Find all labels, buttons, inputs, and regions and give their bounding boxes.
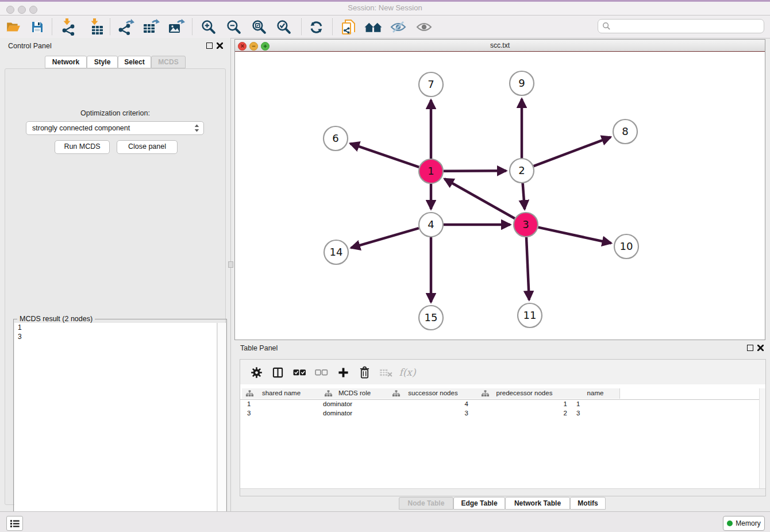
- column-header-shared-name[interactable]: shared name: [242, 388, 321, 399]
- network-window-titlebar: scc.txt: [235, 40, 765, 52]
- column-header-predecessor-nodes[interactable]: predecessor nodes: [478, 388, 572, 399]
- refresh-icon: [309, 20, 324, 34]
- node-label-14: 14: [330, 246, 343, 258]
- show-all-button[interactable]: [415, 18, 433, 36]
- export-image-button[interactable]: [167, 18, 186, 36]
- memory-button[interactable]: Memory: [723, 516, 765, 531]
- table-header-row: shared name MCDS role successor nodes pr…: [240, 388, 765, 400]
- result-scrollbar[interactable]: [217, 323, 226, 531]
- task-history-button[interactable]: [6, 516, 23, 531]
- network-canvas[interactable]: 7968124314101511: [235, 52, 765, 340]
- node-table-container: f(x) shared name MCDS role successor nod…: [240, 359, 766, 496]
- tab-edge-table[interactable]: Edge Table: [453, 497, 505, 510]
- import-table-button[interactable]: [87, 18, 105, 36]
- toolbar-separator: [192, 18, 192, 35]
- edge-4-14[interactable]: [351, 228, 419, 248]
- tab-node-table[interactable]: Node Table: [399, 497, 453, 510]
- tab-network-table[interactable]: Network Table: [505, 497, 570, 510]
- hide-selected-icon: [390, 21, 406, 33]
- node-label-8: 8: [622, 125, 628, 137]
- mcds-result-line: 1: [14, 323, 217, 332]
- mcds-result-title: MCDS result (2 nodes): [17, 315, 95, 323]
- edge-2-3[interactable]: [523, 183, 525, 209]
- save-session-button[interactable]: [28, 18, 47, 36]
- edge-3-10[interactable]: [538, 228, 611, 244]
- zoom-out-button[interactable]: [225, 18, 243, 36]
- application-window: Session: New Session Control Panel: [0, 0, 770, 532]
- cell-mcds-role: dominator: [321, 410, 388, 417]
- tab-network[interactable]: Network: [45, 56, 87, 68]
- toolbar-separator: [110, 18, 110, 35]
- edge-3-1[interactable]: [445, 179, 515, 218]
- zoom-in-button[interactable]: [199, 18, 218, 36]
- control-panel-title: Control Panel: [8, 42, 52, 50]
- duplicate-network-button[interactable]: [339, 18, 357, 36]
- network-graph: 7968124314101511: [235, 52, 765, 340]
- unselect-all-columns-button[interactable]: [313, 364, 330, 381]
- close-panel-icon[interactable]: [217, 43, 223, 49]
- window-title: Session: New Session: [0, 3, 770, 12]
- table-row[interactable]: 3 dominator 3 2 3: [240, 409, 765, 418]
- table-tabs: Node Table Edge Table Network Table Moti…: [231, 497, 770, 510]
- open-file-button[interactable]: [4, 18, 22, 36]
- float-table-panel-icon[interactable]: [747, 345, 753, 351]
- hide-selected-button[interactable]: [389, 18, 407, 36]
- column-header-mcds-role[interactable]: MCDS role: [321, 388, 389, 399]
- show-column-button[interactable]: [269, 364, 286, 381]
- tab-motifs[interactable]: Motifs: [570, 497, 606, 510]
- float-panel-icon[interactable]: [206, 43, 213, 49]
- table-row[interactable]: 1 dominator 4 1 1: [240, 400, 765, 409]
- cell-shared-name: 3: [242, 410, 321, 417]
- save-session-icon: [30, 20, 44, 34]
- cell-successor-nodes: 3: [388, 410, 478, 417]
- tab-mcds[interactable]: MCDS: [151, 56, 186, 68]
- edge-2-8[interactable]: [534, 137, 611, 167]
- tab-style[interactable]: Style: [87, 56, 118, 68]
- toolbar-separator: [301, 18, 302, 35]
- trash-icon: [359, 366, 370, 379]
- first-neighbors-icon: [364, 20, 382, 34]
- delete-columns-button[interactable]: [356, 364, 373, 381]
- fx-icon: f(x): [399, 367, 415, 378]
- vertical-splitter-handle[interactable]: [228, 261, 233, 268]
- close-panel-button[interactable]: Close panel: [117, 140, 178, 154]
- show-all-icon: [416, 21, 432, 33]
- tab-select[interactable]: Select: [118, 56, 151, 68]
- node-label-6: 6: [332, 132, 338, 144]
- list-icon: [10, 519, 20, 528]
- unchecked-boxes-icon: [315, 369, 328, 376]
- run-mcds-button[interactable]: Run MCDS: [55, 140, 110, 154]
- network-view-window: scc.txt 7968124314101511: [234, 39, 765, 340]
- node-label-11: 11: [523, 309, 537, 321]
- column-header-successor-nodes[interactable]: successor nodes: [388, 388, 478, 399]
- table-options-button[interactable]: [248, 364, 265, 381]
- table-horizontal-scrollbar[interactable]: [240, 488, 765, 496]
- zoom-selected-button[interactable]: [275, 18, 293, 36]
- edge-1-6[interactable]: [351, 144, 419, 167]
- add-column-button[interactable]: [334, 364, 352, 381]
- zoom-fit-button[interactable]: [250, 18, 268, 36]
- import-network-icon: [60, 18, 76, 36]
- table-panel-titlebar: Table Panel: [231, 340, 770, 356]
- node-label-3: 3: [522, 218, 529, 230]
- node-label-15: 15: [425, 311, 438, 323]
- column-header-name[interactable]: name: [571, 388, 620, 399]
- toolbar-separator: [52, 18, 52, 35]
- export-network-button[interactable]: [117, 18, 135, 36]
- select-all-columns-button[interactable]: [291, 364, 308, 381]
- zoom-out-icon: [226, 20, 242, 35]
- search-input[interactable]: [614, 22, 760, 31]
- export-table-button[interactable]: [142, 18, 160, 36]
- criterion-value: strongly connected component: [32, 124, 194, 132]
- edge-3-11[interactable]: [526, 237, 529, 300]
- edge-1-2[interactable]: [444, 171, 506, 171]
- refresh-layout-button[interactable]: [307, 18, 325, 36]
- table-vertical-scrollbar[interactable]: [759, 388, 765, 489]
- select-stepper-icon: [194, 124, 199, 132]
- import-network-button[interactable]: [59, 18, 78, 36]
- criterion-select[interactable]: strongly connected component: [26, 121, 204, 135]
- first-neighbors-button[interactable]: [364, 18, 382, 36]
- mcds-result-area[interactable]: 1 3: [14, 323, 217, 531]
- search-icon: [602, 22, 611, 30]
- close-table-panel-icon[interactable]: [757, 345, 764, 351]
